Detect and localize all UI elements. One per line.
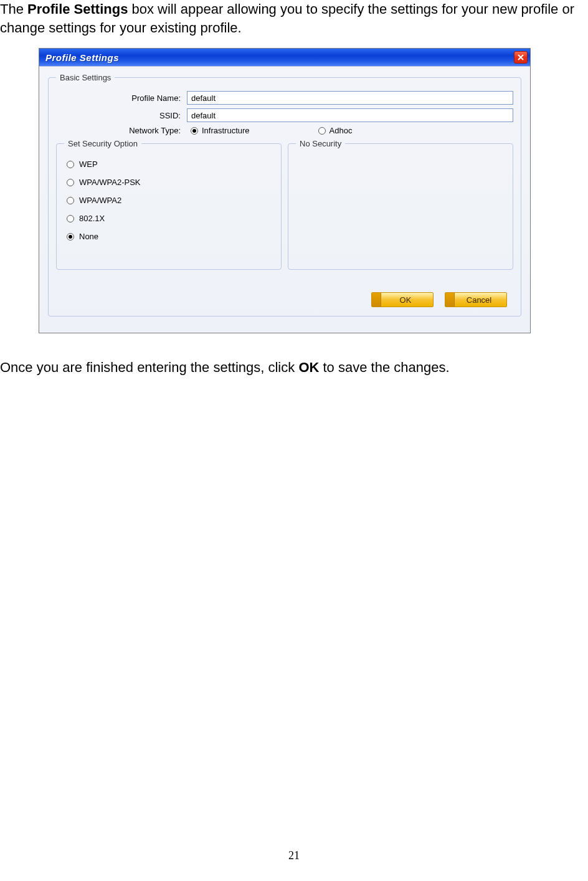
security-columns: Set Security Option WEP WPA/WPA2-PSK WPA… (56, 139, 513, 275)
outro-prefix: Once you are finished entering the setti… (0, 360, 298, 375)
outro-suffix: to save the changes. (319, 360, 449, 375)
intro-bold: Profile Settings (27, 1, 128, 17)
security-option-wep[interactable]: WEP (67, 160, 273, 169)
adhoc-label: Adhoc (330, 126, 353, 135)
radio-icon (67, 197, 74, 204)
outro-paragraph: Once you are finished entering the setti… (0, 358, 588, 377)
basic-settings-group: Basic Settings Profile Name: SSID: Netwo… (48, 73, 521, 317)
security-option-none[interactable]: None (67, 232, 273, 241)
security-option-8021x[interactable]: 802.1X (67, 214, 273, 223)
radio-icon (67, 215, 74, 222)
radio-icon (191, 127, 198, 135)
no-security-legend: No Security (296, 139, 345, 148)
radio-icon (318, 127, 326, 135)
profile-name-input[interactable] (187, 91, 513, 105)
ssid-input[interactable] (187, 108, 513, 122)
profile-settings-dialog: Profile Settings Basic Settings Profile … (39, 48, 531, 333)
intro-prefix: The (0, 1, 27, 17)
outro-bold: OK (298, 360, 319, 375)
dialog-titlebar: Profile Settings (39, 49, 530, 66)
security-option-wpa-psk[interactable]: WPA/WPA2-PSK (67, 178, 273, 187)
dialog-body: Basic Settings Profile Name: SSID: Netwo… (39, 66, 530, 333)
network-type-row: Network Type: Infrastructure Adhoc (56, 126, 513, 135)
no-security-group: No Security (288, 139, 513, 270)
security-option-wpa[interactable]: WPA/WPA2 (67, 196, 273, 205)
profile-name-label: Profile Name: (56, 93, 187, 103)
dialog-button-row: OK Cancel (56, 292, 513, 307)
security-option-label: 802.1X (79, 214, 105, 223)
network-type-label: Network Type: (56, 126, 187, 135)
dialog-title: Profile Settings (45, 52, 119, 63)
set-security-legend: Set Security Option (64, 139, 141, 148)
security-option-label: WEP (79, 160, 98, 169)
profile-name-row: Profile Name: (56, 91, 513, 105)
network-type-infrastructure-radio[interactable]: Infrastructure (191, 126, 250, 135)
intro-paragraph: The Profile Settings box will appear all… (0, 0, 588, 37)
security-option-label: None (79, 232, 98, 241)
infrastructure-label: Infrastructure (202, 126, 250, 135)
ok-button-label: OK (400, 295, 412, 305)
document-page: The Profile Settings box will appear all… (0, 0, 588, 881)
close-button[interactable] (514, 51, 528, 64)
close-icon (518, 52, 524, 62)
cancel-button-label: Cancel (467, 295, 491, 305)
ssid-row: SSID: (56, 108, 513, 122)
basic-settings-legend: Basic Settings (56, 73, 115, 82)
network-type-adhoc-radio[interactable]: Adhoc (318, 126, 353, 135)
security-option-label: WPA/WPA2 (79, 196, 121, 205)
ssid-label: SSID: (56, 111, 187, 120)
security-option-label: WPA/WPA2-PSK (79, 178, 140, 187)
radio-icon (67, 179, 74, 186)
cancel-button[interactable]: Cancel (445, 292, 507, 307)
ok-button[interactable]: OK (371, 292, 434, 307)
radio-icon (67, 161, 74, 168)
set-security-option-group: Set Security Option WEP WPA/WPA2-PSK WPA… (56, 139, 282, 270)
radio-icon (67, 233, 74, 240)
page-number: 21 (0, 849, 588, 862)
